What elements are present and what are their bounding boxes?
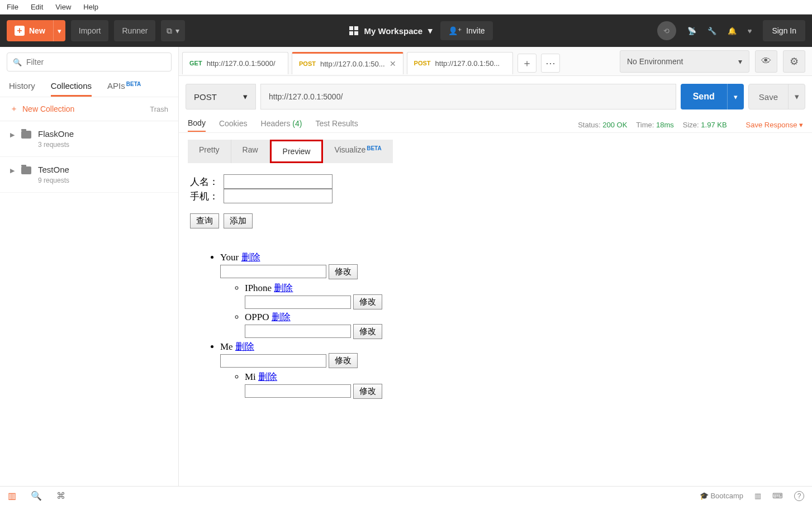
env-quicklook-button[interactable]: 👁 (755, 50, 777, 73)
bootcamp-link[interactable]: 🎓 Bootcamp (700, 492, 743, 500)
environment-selector[interactable]: No Environment▾ (620, 50, 749, 73)
preview-body: 人名： 手机： 查询 添加 Your 删除 修改 IPh (179, 170, 812, 404)
console-icon[interactable]: ⌘ (56, 490, 65, 501)
new-button[interactable]: + New ▾ (7, 20, 65, 41)
signin-button[interactable]: Sign In (763, 20, 805, 41)
request-tab[interactable]: GET http://127.0.0.1:5000/ (182, 52, 288, 74)
find-icon[interactable]: 🔍 (31, 490, 42, 501)
modify-button[interactable]: 修改 (353, 324, 382, 339)
request-tabs-row: GET http://127.0.0.1:5000/ POST http://1… (179, 47, 812, 76)
menu-edit[interactable]: Edit (31, 3, 43, 11)
time-value: 18ms (656, 121, 674, 129)
filter-input-wrap[interactable]: 🔍 (7, 53, 172, 72)
save-button[interactable]: Save ▾ (748, 84, 805, 109)
item-input[interactable] (220, 354, 326, 368)
collection-name: TestOne (38, 165, 69, 174)
delete-link[interactable]: 删除 (235, 341, 254, 352)
name-input[interactable] (224, 174, 333, 189)
modify-button[interactable]: 修改 (353, 384, 382, 399)
send-dropdown[interactable]: ▾ (727, 84, 744, 109)
satellite-icon[interactable]: 📡 (687, 27, 696, 35)
caret-icon: ▶ (10, 167, 15, 174)
vtab-pretty[interactable]: Pretty (188, 140, 231, 163)
modify-button[interactable]: 修改 (353, 294, 382, 309)
resp-tab-test[interactable]: Test Results (315, 119, 358, 131)
panes-icon[interactable]: ▥ (754, 492, 761, 500)
tab-collections[interactable]: Collections (51, 81, 92, 97)
resp-tab-headers[interactable]: Headers (4) (261, 119, 302, 131)
query-button[interactable]: 查询 (190, 213, 219, 228)
phone-label: 手机： (190, 190, 224, 203)
bell-icon[interactable]: 🔔 (728, 27, 737, 35)
resp-tab-cookies[interactable]: Cookies (219, 119, 248, 131)
menu-bar: File Edit View Help (0, 0, 812, 15)
new-collection-button[interactable]: ＋ New Collection (10, 104, 74, 114)
vtab-preview[interactable]: Preview (270, 140, 324, 163)
request-tab[interactable]: POST http://127.0.0.1:50... (407, 52, 513, 74)
vtab-visualize[interactable]: VisualizeBETA (323, 140, 392, 163)
resp-tab-body[interactable]: Body (188, 118, 206, 132)
save-dropdown[interactable]: ▾ (788, 84, 805, 109)
beta-badge: BETA (367, 145, 381, 151)
help-icon[interactable]: ? (794, 491, 804, 501)
tab-options-button[interactable]: ⋯ (541, 54, 560, 73)
item-input[interactable] (245, 296, 351, 309)
invite-button[interactable]: 👤⁺ Invite (440, 21, 492, 40)
item-input[interactable] (245, 384, 351, 398)
status-value: 200 OK (602, 121, 627, 129)
new-dropdown-caret[interactable]: ▾ (53, 20, 65, 41)
chevron-down-icon: ▾ (428, 26, 433, 36)
name-label: 人名： (190, 175, 224, 188)
caret-icon: ▶ (10, 131, 15, 139)
sidebar-toggle-icon[interactable]: ▥ (8, 490, 16, 501)
delete-link[interactable]: 删除 (272, 312, 291, 322)
capture-icon: ⧉ (167, 26, 172, 36)
modify-button[interactable]: 修改 (329, 264, 358, 279)
keyboard-icon[interactable]: ⌨ (772, 492, 783, 500)
item-input[interactable] (245, 325, 351, 338)
import-button[interactable]: Import (71, 20, 109, 41)
request-row: POST▾ http://127.0.0.1:5000/ Send ▾ Save… (179, 76, 812, 117)
vtab-raw[interactable]: Raw (231, 140, 270, 163)
method-selector[interactable]: POST▾ (186, 84, 256, 109)
heart-icon[interactable]: ♥ (748, 27, 752, 35)
list-item: Me 删除 修改 Mi 删除 修改 (220, 340, 801, 399)
workspace-selector[interactable]: My Workspace ▾ (349, 26, 433, 36)
request-tab-active[interactable]: POST http://127.0.0.1:50... ✕ (292, 52, 403, 74)
view-tabs: Pretty Raw Preview VisualizeBETA (179, 133, 812, 170)
phone-input[interactable] (224, 189, 333, 203)
status-bar: ▥ 🔍 ⌘ 🎓 Bootcamp ▥ ⌨ ? (0, 486, 812, 505)
wrench-icon[interactable]: 🔧 (707, 27, 716, 35)
tab-label: http://127.0.0.1:50... (435, 59, 500, 68)
new-label: New (29, 26, 45, 35)
invite-icon: 👤⁺ (448, 26, 462, 35)
add-button[interactable]: 添加 (224, 213, 253, 228)
runner-button[interactable]: Runner (114, 20, 155, 41)
collection-count: 9 requests (38, 177, 69, 184)
tab-history[interactable]: History (9, 81, 35, 97)
filter-input[interactable] (26, 58, 165, 66)
tab-apis[interactable]: APIsBETA (107, 81, 141, 97)
plus-icon: + (15, 26, 25, 36)
send-button[interactable]: Send ▾ (681, 84, 744, 109)
menu-file[interactable]: File (7, 3, 18, 11)
delete-link[interactable]: 删除 (258, 371, 277, 382)
trash-link[interactable]: Trash (150, 105, 168, 113)
capture-button[interactable]: ⧉▾ (161, 20, 185, 41)
url-input[interactable]: http://127.0.0.1:5000/ (260, 84, 676, 109)
folder-icon (21, 131, 31, 139)
add-tab-button[interactable]: ＋ (517, 54, 536, 73)
item-input[interactable] (220, 265, 326, 278)
collection-item[interactable]: ▶ TestOne 9 requests (0, 157, 178, 193)
modify-button[interactable]: 修改 (329, 353, 358, 368)
delete-link[interactable]: 删除 (274, 283, 293, 293)
collection-item[interactable]: ▶ FlaskOne 3 requests (0, 121, 178, 157)
menu-view[interactable]: View (55, 3, 71, 11)
save-response-button[interactable]: Save Response ▾ (746, 121, 803, 129)
sync-icon[interactable]: ⟲ (657, 21, 676, 40)
menu-help[interactable]: Help (83, 3, 98, 11)
delete-link[interactable]: 删除 (241, 252, 260, 263)
close-icon[interactable]: ✕ (390, 59, 396, 68)
collection-count: 3 requests (38, 141, 74, 149)
settings-button[interactable]: ⚙ (783, 50, 805, 73)
